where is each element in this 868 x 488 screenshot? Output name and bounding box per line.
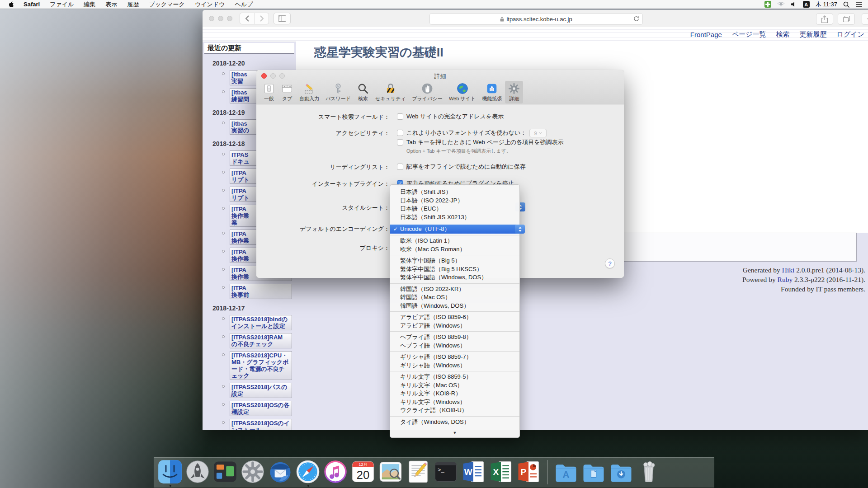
menubar-menu-3[interactable]: 表示 [100,0,122,9]
encoding-option[interactable]: ギリシャ語（ISO 8859-7） [390,353,519,361]
prefs-tab-6[interactable]: プライバシー [409,81,446,103]
preview-dock-icon[interactable] [378,460,404,487]
thunderbird-dock-icon[interactable] [268,460,293,487]
min-font-size-checkbox[interactable] [397,130,403,136]
menubar-menu-5[interactable]: ブックマーク [144,0,190,9]
tab-highlight-checkbox[interactable] [397,139,403,145]
encoding-option[interactable]: キリル文字（Mac OS） [390,381,519,390]
itunes-dock-icon[interactable] [323,460,349,487]
zoom-button[interactable] [227,16,232,21]
prefs-tab-2[interactable]: 自動入力 [296,81,322,103]
nav-link-2[interactable]: 検索 [776,30,790,39]
reload-button[interactable] [633,16,639,23]
nav-link-0[interactable]: FrontPage [690,31,722,38]
menubar-menu-6[interactable]: ウインドウ [190,0,230,9]
menubar-menu-4[interactable]: 履歴 [122,0,144,9]
finder-dock-icon[interactable] [158,460,183,487]
applications-folder-dock-icon[interactable]: A [554,460,579,487]
offline-save-checkbox[interactable] [397,164,403,170]
encoding-option[interactable]: 日本語（Shift JIS X0213） [390,213,519,222]
share-button[interactable] [816,13,833,25]
launchpad-dock-icon[interactable] [185,460,211,487]
notification-center-icon[interactable] [855,2,863,7]
hiki-link[interactable]: Hiki [782,266,795,274]
new-tab-button[interactable]: + [862,13,868,25]
nav-link-4[interactable]: ログイン [837,30,864,39]
encoding-option[interactable]: 欧米（ISO Latin 1） [390,237,519,245]
encoding-option[interactable]: 日本語（ISO 2022-JP） [390,197,519,205]
tab-overview-button[interactable] [838,13,855,25]
encoding-option[interactable]: ヘブライ語（ISO 8859-8） [390,333,519,342]
encoding-option[interactable]: ギリシャ語（Windows） [390,361,519,370]
forward-button[interactable] [254,13,269,24]
sidebar-page-link[interactable]: [ITPASS2018]RAM の不良チェック [230,333,292,348]
encoding-option[interactable]: 繁体字中国語（Big 5 HKSCS） [390,265,519,274]
encoding-option[interactable]: 韓国語（ISO 2022-KR） [390,285,519,294]
encoding-option[interactable]: アラビア語（Windows） [390,322,519,330]
menubar-menu-7[interactable]: ヘルプ [230,0,258,9]
apple-menu[interactable] [4,1,19,8]
encoding-option[interactable]: 日本語（EUC） [390,205,519,213]
min-font-size-select[interactable]: 9 [529,129,547,137]
nav-link-3[interactable]: 更新履歴 [800,30,827,39]
green-app-status-icon[interactable] [764,1,771,8]
encoding-option[interactable]: ✓Unicode（UTF-8） [390,225,519,234]
word-dock-icon[interactable]: W [461,460,486,487]
sidebar-page-link[interactable]: [ITPA 換事前 [230,284,292,299]
spotlight-icon[interactable] [843,1,849,8]
show-full-address-checkbox[interactable] [397,113,403,120]
encoding-option[interactable]: キリル文字（ISO 8859-5） [390,373,519,381]
encoding-option[interactable]: 繁体字中国語（Big 5） [390,257,519,265]
encoding-option[interactable]: 繁体字中国語（Windows, DOS） [390,273,519,282]
volume-icon[interactable] [791,1,797,7]
ruby-link[interactable]: Ruby [778,276,793,283]
excel-dock-icon[interactable]: X [489,460,514,487]
prefs-tab-5[interactable]: セキュリティ [372,81,409,103]
prefs-tab-8[interactable]: 機能拡張 [479,81,505,103]
menu-bar-clock[interactable]: 木 11:37 [816,0,837,9]
sidebar-page-link[interactable]: [ITPASS2018]OSの各種設定 [230,401,292,416]
prefs-tab-9[interactable]: 詳細 [505,81,523,103]
menubar-menu-0[interactable]: Safari [19,0,45,9]
wifi-icon[interactable] [777,1,785,7]
encoding-option[interactable]: キリル文字（KOI8-R） [390,389,519,398]
encoding-option[interactable]: キリル文字（Windows） [390,398,519,407]
sidebar-page-link[interactable]: [ITPASS2018]CPU・MB・グラフィックボード・電源の不良チェック [230,351,292,380]
back-button[interactable] [240,13,254,24]
prefs-tab-7[interactable]: Web サイト [446,81,479,103]
downloads-folder-dock-icon[interactable] [609,460,634,487]
powerpoint-dock-icon[interactable]: P [516,460,542,487]
safari-dock-icon[interactable] [296,460,321,487]
address-bar[interactable]: itpass.scitec.kobe-u.ac.jp [429,13,643,25]
encoding-option[interactable]: 韓国語（Mac OS） [390,293,519,302]
encoding-option[interactable]: 日本語（Shift JIS） [390,188,519,197]
textedit-dock-icon[interactable] [406,460,431,487]
menubar-menu-2[interactable]: 編集 [79,0,100,9]
encoding-option[interactable]: 韓国語（Windows, DOS） [390,302,519,310]
close-button[interactable] [209,16,214,21]
sidebar-page-link[interactable]: [ITPASS2018]bindのインストールと設定 [230,315,292,330]
prefs-tab-3[interactable]: パスワード [322,81,354,103]
menubar-menu-1[interactable]: ファイル [45,0,79,9]
encoding-option[interactable]: タイ語（Windows, DOS） [390,418,519,427]
sidebar-toggle-button[interactable] [274,13,291,24]
help-button[interactable]: ? [605,258,615,268]
prefs-tab-0[interactable]: 一般 [260,81,278,103]
system-preferences-dock-icon[interactable] [241,460,266,487]
calendar-dock-icon[interactable]: 12月20 [351,460,376,487]
trash-dock-icon[interactable] [637,460,662,487]
nav-link-1[interactable]: ページ一覧 [732,30,766,39]
minimize-button[interactable] [218,16,223,21]
terminal-dock-icon[interactable]: >_ [434,460,459,487]
menu-scroll-down-indicator[interactable]: ▼ [390,429,519,436]
encoding-option[interactable]: 欧米（Mac OS Roman） [390,245,519,254]
sidebar-page-link[interactable]: [ITPASS2018]パスの設定 [230,383,292,398]
mission-control-dock-icon[interactable] [213,460,238,487]
encoding-option[interactable]: ヘブライ語（Windows） [390,342,519,350]
prefs-tab-4[interactable]: 検索 [354,81,372,103]
sidebar-page-link[interactable]: [ITPASS2018]OSのインストール [230,419,292,430]
encoding-option[interactable]: アラビア語（ISO 8859-6） [390,313,519,322]
prefs-tab-1[interactable]: タブ [278,81,296,103]
input-source-icon[interactable]: A [803,1,810,8]
documents-folder-dock-icon[interactable] [581,460,607,487]
